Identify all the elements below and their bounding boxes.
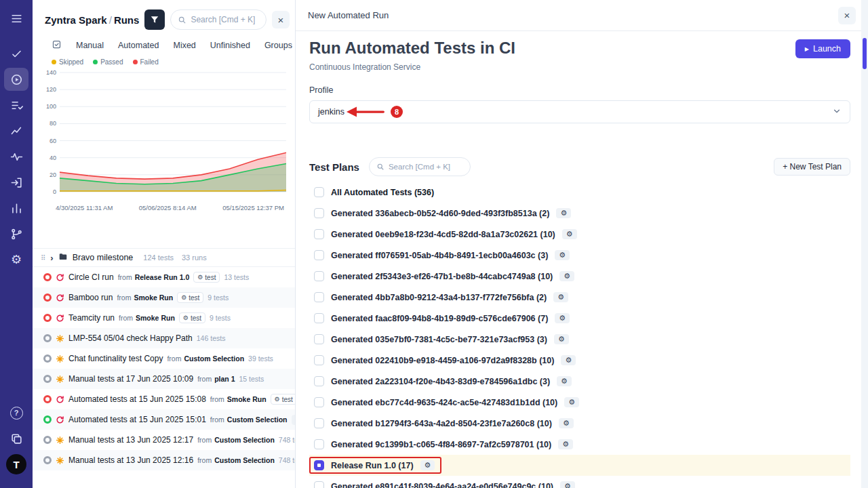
help-icon[interactable]: ? — [4, 401, 28, 424]
test-plan-checkbox[interactable] — [314, 187, 324, 197]
run-list-item[interactable]: Manual tests at 13 Jun 2025 12:17 fromCu… — [33, 430, 295, 450]
branches-icon[interactable] — [4, 222, 28, 245]
breadcrumb-project[interactable]: Zyntra Spark — [45, 14, 107, 26]
milestone-row[interactable]: ⠿ › Bravo milestone 124 tests 33 runs — [33, 248, 295, 267]
test-plan-row[interactable]: Generated ebc77c4d-9635-424c-ac5e-427483… — [309, 392, 850, 413]
test-plan-row[interactable]: Generated 2a223104-f20e-4b43-83d9-e78459… — [309, 371, 850, 392]
test-plan-checkbox[interactable] — [314, 334, 324, 344]
milestone-name[interactable]: Bravo milestone — [73, 253, 134, 262]
runs-panel-close-button[interactable]: × — [272, 11, 290, 28]
test-plan-settings-button[interactable]: ⚙ — [559, 418, 574, 428]
test-plan-checkbox[interactable] — [314, 460, 324, 470]
reports-bar-icon[interactable] — [4, 197, 28, 220]
drag-handle-icon[interactable]: ⠿ — [41, 254, 45, 262]
tab-manual[interactable]: Manual — [76, 41, 104, 50]
test-plan-row[interactable]: Release Run 1.0 (17) ⚙ — [309, 455, 850, 476]
test-plan-settings-button[interactable]: ⚙ — [559, 271, 574, 281]
test-plan-settings-button[interactable]: ⚙ — [553, 292, 568, 302]
tab-automated[interactable]: Automated — [118, 41, 159, 50]
test-plan-checkbox[interactable] — [314, 397, 324, 407]
test-plan-row[interactable]: Generated 0eeb9e18-f23d-4cd5-82dd-8a1a73… — [309, 224, 850, 245]
run-title[interactable]: Chat functinality test Copy — [68, 354, 163, 363]
run-list-item[interactable]: Automated tests at 15 Jun 2025 15:08 fro… — [33, 389, 295, 409]
analytics-line-icon[interactable] — [4, 119, 28, 142]
run-list-item[interactable]: Automated tests at 15 Jun 2025 15:01 fro… — [33, 409, 295, 430]
run-list-item[interactable]: Circle CI run fromRelease Run 1.0 ⚙test … — [33, 267, 295, 287]
runs-play-icon[interactable] — [4, 68, 28, 91]
test-plan-settings-button[interactable]: ⚙ — [556, 208, 571, 218]
test-plan-row[interactable]: Generated 336abecb-0b52-4d60-9ded-493f3f… — [309, 203, 850, 224]
select-runs-icon[interactable] — [52, 39, 62, 52]
test-plan-checkbox[interactable] — [314, 376, 324, 386]
test-plan-checkbox[interactable] — [314, 313, 324, 323]
run-title[interactable]: Automated tests at 15 Jun 2025 15:01 — [68, 415, 206, 424]
test-plan-row[interactable]: Generated 2f5343e3-ef26-47b1-be8b-44cabc… — [309, 266, 850, 287]
tab-unfinished[interactable]: Unfinished — [210, 41, 250, 50]
test-plan-settings-button[interactable]: ⚙ — [560, 481, 575, 488]
test-plan-checkbox[interactable] — [314, 481, 324, 488]
profile-select[interactable]: jenkins 8 — [309, 100, 850, 123]
test-plan-row[interactable]: Generated e891c41f-8039-4e64-aa24-e0d56e… — [309, 476, 850, 488]
pulse-icon[interactable] — [4, 145, 28, 168]
run-list-item[interactable]: Teamcity run fromSmoke Run ⚙test 9 tests — [33, 308, 295, 328]
run-from-link[interactable]: Custom Selection — [184, 354, 244, 363]
test-plan-settings-button[interactable]: ⚙ — [558, 439, 573, 449]
test-plans-search-input[interactable]: Search [Cmd + K] — [369, 157, 471, 176]
run-title[interactable]: Circle CI run — [68, 272, 114, 282]
filter-button[interactable] — [144, 9, 165, 30]
run-title[interactable]: Automated tests at 15 Jun 2025 15:08 — [68, 394, 206, 404]
test-plan-checkbox[interactable] — [314, 355, 324, 365]
test-plan-checkbox[interactable] — [314, 439, 324, 449]
test-plan-row[interactable]: Generated b12794f3-643a-4a2d-8504-23f1e7… — [309, 413, 850, 434]
run-from-link[interactable]: Custom Selection — [227, 415, 288, 424]
test-plan-checkbox[interactable] — [314, 418, 324, 428]
test-plan-checkbox[interactable] — [314, 250, 324, 260]
test-plan-row[interactable]: Generated 022410b9-e918-4459-a106-97d2a9… — [309, 350, 850, 371]
test-plan-settings-button[interactable]: ⚙ — [561, 355, 576, 365]
documents-icon[interactable] — [4, 427, 28, 450]
test-plan-settings-button[interactable]: ⚙ — [554, 334, 569, 344]
test-plan-settings-button[interactable]: ⚙ — [555, 313, 570, 323]
test-plan-row[interactable]: Generated 035e7bf0-7381-4c5c-be77-321e73… — [309, 329, 850, 350]
new-test-plan-button[interactable]: + New Test Plan — [774, 158, 850, 176]
run-title[interactable]: LMP-554 05/04 check Happy Path — [68, 333, 193, 343]
run-from-link[interactable]: Smoke Run — [134, 293, 173, 302]
run-title[interactable]: Manual tests at 13 Jun 2025 12:17 — [68, 435, 193, 445]
test-plan-settings-button[interactable]: ⚙ — [564, 397, 579, 407]
test-list-icon[interactable] — [4, 94, 28, 117]
test-plan-row[interactable]: Generated 9c1399b1-c065-4f84-8697-7af2c5… — [309, 434, 850, 455]
run-from-link[interactable]: Smoke Run — [136, 314, 175, 322]
run-from-link[interactable]: plan 1 — [214, 375, 235, 383]
runs-search-input[interactable]: Search [Cmd + K] — [170, 9, 267, 30]
test-plan-settings-button[interactable]: ⚙ — [557, 376, 572, 386]
chevron-right-icon[interactable]: › — [50, 253, 53, 263]
run-list-item[interactable]: Chat functinality test Copy fromCustom S… — [33, 348, 295, 369]
test-plan-row[interactable]: Generated ff076591-05ab-4b4b-8491-1ecb00… — [309, 245, 850, 266]
run-title[interactable]: Manual tests at 17 Jun 2025 10:09 — [68, 374, 193, 384]
run-from-link[interactable]: Release Run 1.0 — [135, 273, 190, 281]
run-list-item[interactable]: Bamboo run fromSmoke Run ⚙test 9 tests — [33, 287, 295, 308]
run-from-link[interactable]: Custom Selection — [214, 456, 275, 464]
test-plan-checkbox[interactable] — [314, 208, 324, 218]
run-title[interactable]: Teamcity run — [68, 313, 115, 323]
run-list-item[interactable]: Manual tests at 13 Jun 2025 12:16 fromCu… — [33, 450, 295, 470]
run-settings-button[interactable]: ⚙ — [292, 415, 296, 425]
test-plan-row[interactable]: Generated faac8f09-94b8-4b19-89d9-c576cd… — [309, 308, 850, 329]
test-plan-checkbox[interactable] — [314, 229, 324, 239]
test-plan-settings-button[interactable]: ⚙ — [420, 460, 435, 470]
settings-gear-icon[interactable]: ⚙ — [4, 248, 28, 271]
test-plan-checkbox[interactable] — [314, 271, 324, 281]
menu-icon[interactable] — [4, 7, 28, 30]
launch-button[interactable]: ▶ Launch — [795, 39, 850, 58]
logo-t[interactable]: T — [4, 453, 28, 476]
modal-close-button[interactable]: × — [838, 7, 856, 24]
tab-mixed[interactable]: Mixed — [173, 41, 195, 50]
scrollbar-thumb[interactable] — [863, 38, 867, 69]
run-from-link[interactable]: Smoke Run — [227, 395, 267, 403]
test-plan-row[interactable]: Generated 4bb7a8b0-9212-43a4-b137-f772fe… — [309, 287, 850, 308]
test-plan-settings-button[interactable]: ⚙ — [555, 250, 570, 260]
run-title[interactable]: Manual tests at 13 Jun 2025 12:16 — [68, 455, 193, 465]
import-icon[interactable] — [4, 171, 28, 194]
run-from-link[interactable]: Custom Selection — [214, 436, 275, 444]
vertical-scrollbar[interactable] — [861, 0, 868, 488]
